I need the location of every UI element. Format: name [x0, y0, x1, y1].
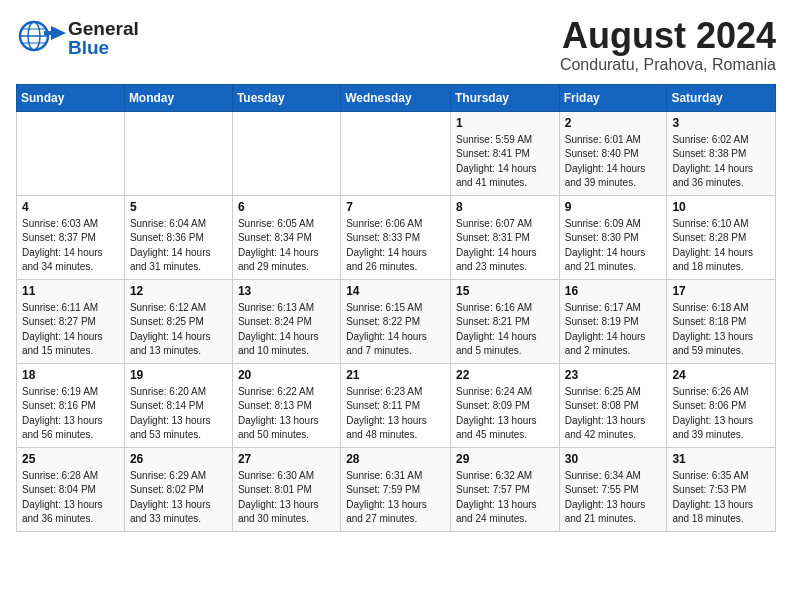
day-info: Sunrise: 6:03 AMSunset: 8:37 PMDaylight:…	[22, 217, 119, 275]
day-number: 19	[130, 368, 227, 382]
day-info: Sunrise: 6:30 AMSunset: 8:01 PMDaylight:…	[238, 469, 335, 527]
calendar-cell: 2Sunrise: 6:01 AMSunset: 8:40 PMDaylight…	[559, 111, 667, 195]
day-info: Sunrise: 6:34 AMSunset: 7:55 PMDaylight:…	[565, 469, 662, 527]
weekday-header: Friday	[559, 84, 667, 111]
day-number: 21	[346, 368, 445, 382]
calendar-cell: 20Sunrise: 6:22 AMSunset: 8:13 PMDayligh…	[232, 363, 340, 447]
calendar-cell: 16Sunrise: 6:17 AMSunset: 8:19 PMDayligh…	[559, 279, 667, 363]
day-info: Sunrise: 6:04 AMSunset: 8:36 PMDaylight:…	[130, 217, 227, 275]
day-number: 12	[130, 284, 227, 298]
day-info: Sunrise: 6:29 AMSunset: 8:02 PMDaylight:…	[130, 469, 227, 527]
day-info: Sunrise: 6:22 AMSunset: 8:13 PMDaylight:…	[238, 385, 335, 443]
day-info: Sunrise: 6:20 AMSunset: 8:14 PMDaylight:…	[130, 385, 227, 443]
day-number: 1	[456, 116, 554, 130]
day-info: Sunrise: 6:02 AMSunset: 8:38 PMDaylight:…	[672, 133, 770, 191]
day-number: 2	[565, 116, 662, 130]
day-info: Sunrise: 6:01 AMSunset: 8:40 PMDaylight:…	[565, 133, 662, 191]
calendar-cell: 29Sunrise: 6:32 AMSunset: 7:57 PMDayligh…	[450, 447, 559, 531]
calendar-cell: 24Sunrise: 6:26 AMSunset: 8:06 PMDayligh…	[667, 363, 776, 447]
calendar-cell: 28Sunrise: 6:31 AMSunset: 7:59 PMDayligh…	[341, 447, 451, 531]
day-info: Sunrise: 6:19 AMSunset: 8:16 PMDaylight:…	[22, 385, 119, 443]
day-number: 3	[672, 116, 770, 130]
day-info: Sunrise: 6:24 AMSunset: 8:09 PMDaylight:…	[456, 385, 554, 443]
calendar-cell: 11Sunrise: 6:11 AMSunset: 8:27 PMDayligh…	[17, 279, 125, 363]
title-block: August 2024 Conduratu, Prahova, Romania	[560, 16, 776, 74]
day-number: 16	[565, 284, 662, 298]
calendar-week-row: 1Sunrise: 5:59 AMSunset: 8:41 PMDaylight…	[17, 111, 776, 195]
calendar-cell: 19Sunrise: 6:20 AMSunset: 8:14 PMDayligh…	[124, 363, 232, 447]
day-info: Sunrise: 6:07 AMSunset: 8:31 PMDaylight:…	[456, 217, 554, 275]
day-info: Sunrise: 6:15 AMSunset: 8:22 PMDaylight:…	[346, 301, 445, 359]
calendar-cell: 6Sunrise: 6:05 AMSunset: 8:34 PMDaylight…	[232, 195, 340, 279]
calendar-cell	[232, 111, 340, 195]
day-number: 31	[672, 452, 770, 466]
day-info: Sunrise: 6:28 AMSunset: 8:04 PMDaylight:…	[22, 469, 119, 527]
weekday-header-row: SundayMondayTuesdayWednesdayThursdayFrid…	[17, 84, 776, 111]
logo-general: General	[68, 19, 139, 38]
location-title: Conduratu, Prahova, Romania	[560, 56, 776, 74]
svg-rect-6	[44, 31, 54, 35]
day-number: 14	[346, 284, 445, 298]
day-info: Sunrise: 6:05 AMSunset: 8:34 PMDaylight:…	[238, 217, 335, 275]
day-number: 23	[565, 368, 662, 382]
calendar-cell: 15Sunrise: 6:16 AMSunset: 8:21 PMDayligh…	[450, 279, 559, 363]
day-number: 22	[456, 368, 554, 382]
day-number: 5	[130, 200, 227, 214]
calendar-cell: 7Sunrise: 6:06 AMSunset: 8:33 PMDaylight…	[341, 195, 451, 279]
calendar-cell: 25Sunrise: 6:28 AMSunset: 8:04 PMDayligh…	[17, 447, 125, 531]
day-number: 7	[346, 200, 445, 214]
calendar-cell: 13Sunrise: 6:13 AMSunset: 8:24 PMDayligh…	[232, 279, 340, 363]
logo-blue: Blue	[68, 38, 139, 57]
day-info: Sunrise: 6:06 AMSunset: 8:33 PMDaylight:…	[346, 217, 445, 275]
day-info: Sunrise: 6:09 AMSunset: 8:30 PMDaylight:…	[565, 217, 662, 275]
calendar-table: SundayMondayTuesdayWednesdayThursdayFrid…	[16, 84, 776, 532]
day-number: 10	[672, 200, 770, 214]
calendar-cell: 26Sunrise: 6:29 AMSunset: 8:02 PMDayligh…	[124, 447, 232, 531]
day-info: Sunrise: 6:25 AMSunset: 8:08 PMDaylight:…	[565, 385, 662, 443]
calendar-week-row: 18Sunrise: 6:19 AMSunset: 8:16 PMDayligh…	[17, 363, 776, 447]
day-info: Sunrise: 6:16 AMSunset: 8:21 PMDaylight:…	[456, 301, 554, 359]
calendar-cell: 4Sunrise: 6:03 AMSunset: 8:37 PMDaylight…	[17, 195, 125, 279]
day-info: Sunrise: 6:13 AMSunset: 8:24 PMDaylight:…	[238, 301, 335, 359]
calendar-cell: 27Sunrise: 6:30 AMSunset: 8:01 PMDayligh…	[232, 447, 340, 531]
month-title: August 2024	[560, 16, 776, 56]
calendar-cell	[17, 111, 125, 195]
day-info: Sunrise: 6:10 AMSunset: 8:28 PMDaylight:…	[672, 217, 770, 275]
calendar-cell: 18Sunrise: 6:19 AMSunset: 8:16 PMDayligh…	[17, 363, 125, 447]
day-info: Sunrise: 6:35 AMSunset: 7:53 PMDaylight:…	[672, 469, 770, 527]
day-number: 8	[456, 200, 554, 214]
weekday-header: Monday	[124, 84, 232, 111]
logo: General Blue	[16, 16, 139, 60]
day-info: Sunrise: 6:32 AMSunset: 7:57 PMDaylight:…	[456, 469, 554, 527]
day-number: 13	[238, 284, 335, 298]
calendar-week-row: 4Sunrise: 6:03 AMSunset: 8:37 PMDaylight…	[17, 195, 776, 279]
logo-text: General Blue	[68, 19, 139, 57]
day-number: 18	[22, 368, 119, 382]
calendar-cell: 23Sunrise: 6:25 AMSunset: 8:08 PMDayligh…	[559, 363, 667, 447]
day-number: 24	[672, 368, 770, 382]
calendar-cell: 14Sunrise: 6:15 AMSunset: 8:22 PMDayligh…	[341, 279, 451, 363]
day-info: Sunrise: 6:11 AMSunset: 8:27 PMDaylight:…	[22, 301, 119, 359]
weekday-header: Saturday	[667, 84, 776, 111]
calendar-cell: 3Sunrise: 6:02 AMSunset: 8:38 PMDaylight…	[667, 111, 776, 195]
calendar-cell: 22Sunrise: 6:24 AMSunset: 8:09 PMDayligh…	[450, 363, 559, 447]
calendar-cell: 1Sunrise: 5:59 AMSunset: 8:41 PMDaylight…	[450, 111, 559, 195]
day-number: 29	[456, 452, 554, 466]
calendar-cell: 12Sunrise: 6:12 AMSunset: 8:25 PMDayligh…	[124, 279, 232, 363]
weekday-header: Tuesday	[232, 84, 340, 111]
day-number: 26	[130, 452, 227, 466]
day-number: 9	[565, 200, 662, 214]
weekday-header: Sunday	[17, 84, 125, 111]
day-info: Sunrise: 6:18 AMSunset: 8:18 PMDaylight:…	[672, 301, 770, 359]
calendar-week-row: 11Sunrise: 6:11 AMSunset: 8:27 PMDayligh…	[17, 279, 776, 363]
calendar-cell: 5Sunrise: 6:04 AMSunset: 8:36 PMDaylight…	[124, 195, 232, 279]
day-number: 25	[22, 452, 119, 466]
day-info: Sunrise: 6:26 AMSunset: 8:06 PMDaylight:…	[672, 385, 770, 443]
calendar-cell: 10Sunrise: 6:10 AMSunset: 8:28 PMDayligh…	[667, 195, 776, 279]
day-number: 27	[238, 452, 335, 466]
logo-icon	[16, 16, 66, 60]
day-number: 28	[346, 452, 445, 466]
calendar-cell	[341, 111, 451, 195]
day-info: Sunrise: 6:12 AMSunset: 8:25 PMDaylight:…	[130, 301, 227, 359]
day-info: Sunrise: 6:17 AMSunset: 8:19 PMDaylight:…	[565, 301, 662, 359]
